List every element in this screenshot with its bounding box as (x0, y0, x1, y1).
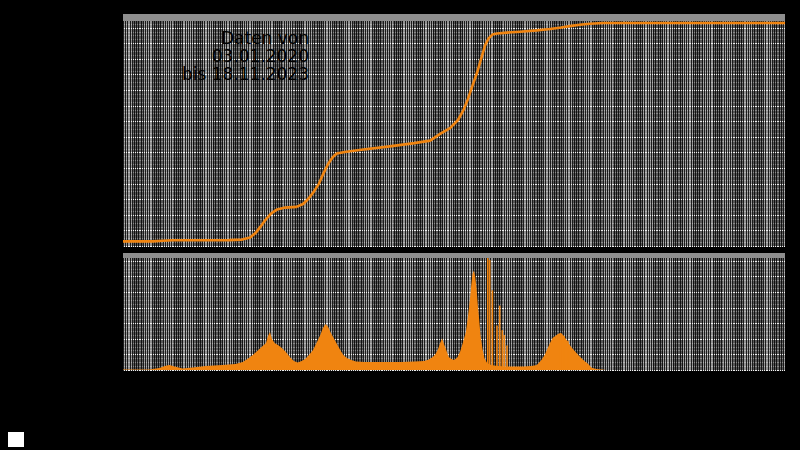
annotation-line-1: Daten von 03.01.2020 (123, 29, 309, 65)
daily-plot (123, 253, 785, 371)
chart-canvas: Daten von 03.01.2020 bis 18.11.2023 (0, 0, 800, 450)
white-square-marker (8, 432, 24, 447)
annotation-line-2: bis 18.11.2023 (123, 65, 309, 83)
cumulative-plot: Daten von 03.01.2020 bis 18.11.2023 (123, 14, 785, 247)
daily-area-chart (123, 253, 785, 371)
date-range-annotation: Daten von 03.01.2020 bis 18.11.2023 (123, 29, 309, 83)
